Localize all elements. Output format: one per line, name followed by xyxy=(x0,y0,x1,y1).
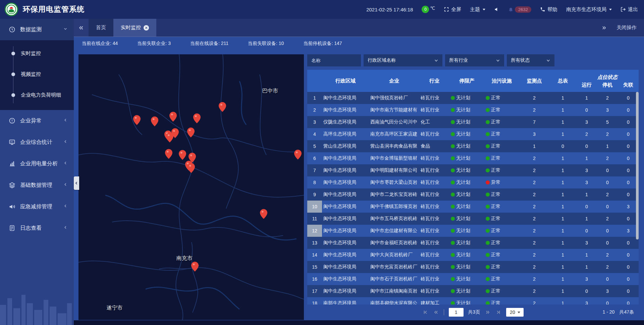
map-pin-icon[interactable] xyxy=(260,209,267,219)
col-header-industry: 行业 xyxy=(419,70,449,92)
table-row[interactable]: 8阆中生态环境局阆中市枣碧大梁山页岩砖瓦行业无计划异常21300 xyxy=(307,176,639,188)
industry-select[interactable]: 所有行业 xyxy=(445,54,504,66)
map-pin-icon[interactable] xyxy=(191,262,199,272)
row-index-cell: 4 xyxy=(307,128,322,140)
table-row[interactable]: 9阆中生态环境局阆中市二龙长宝页岩砖砖瓦行业无计划正常21120 xyxy=(307,188,639,201)
sidebar-item-realtime-monitor[interactable]: 实时监控 xyxy=(0,43,74,64)
table-scrollbar[interactable] xyxy=(636,92,639,239)
help-button[interactable]: 帮助 xyxy=(540,6,557,13)
map-panel[interactable]: 巴中市南充市遂宁市 xyxy=(78,54,304,320)
tabs-scroll-right-button[interactable] xyxy=(601,25,607,31)
cell-company: 阆中市枣碧大梁山页岩 xyxy=(369,176,419,188)
region-select[interactable]: 行政区域名称 xyxy=(364,54,442,66)
table-row[interactable]: 1阆中生态环境局阆中强锐页岩砖厂砖瓦行业无计划正常21120 xyxy=(307,92,639,104)
table-row[interactable]: 11阆中生态环境局阆中市五马桥页岩机砖砖瓦行业无计划正常21120 xyxy=(307,213,639,225)
map-pin-icon[interactable] xyxy=(187,127,195,138)
fullscreen-button[interactable]: 全屏 xyxy=(444,6,461,13)
next-page-button[interactable] xyxy=(485,309,491,315)
col-header-monitors: 监测点 xyxy=(519,70,549,92)
green-status-dot-icon xyxy=(451,168,455,172)
cell-running: 0 xyxy=(576,140,597,152)
mute-button[interactable] xyxy=(494,7,499,12)
page-size-select[interactable]: 20 xyxy=(506,308,524,317)
theme-button[interactable]: 主题 xyxy=(470,6,485,13)
table-row[interactable]: 7阆中生态环境局阆中明阳建材有限公司砖瓦行业无计划正常21300 xyxy=(307,164,639,176)
cell-meters: 1 xyxy=(549,128,576,140)
table-row[interactable]: 14阆中生态环境局阆中大兴页岩机砖厂砖瓦行业无计划正常21120 xyxy=(307,249,639,261)
sidebar-item-enterprise-statistics[interactable]: 企业综合统计 xyxy=(0,131,74,153)
cell-company: 阆中市忠信建材有限公 xyxy=(369,225,419,237)
table-row[interactable]: 4高坪生态环境局南充市高坪区王家店建砖瓦行业无计划正常31220 xyxy=(307,128,639,140)
map-pin-icon[interactable] xyxy=(171,128,179,138)
cell-meters: 1 xyxy=(549,213,576,225)
header-toolbar: 2021-02-25 17:46:18 0 ℃ 全屏 主题 xyxy=(366,6,638,13)
cell-facility-label: 异常 xyxy=(491,179,500,185)
row-index-cell: 17 xyxy=(307,285,322,297)
status-select[interactable]: 所有状态 xyxy=(507,54,554,66)
cell-facility: 正常 xyxy=(484,164,519,176)
table-row[interactable]: 18南部生态环境局南部县砌华水泥有限公建材加工无计划正常21300 xyxy=(307,297,639,305)
tab-close-icon[interactable]: ✕ xyxy=(144,25,149,31)
cell-industry: 砖瓦行业 xyxy=(419,213,449,225)
sidebar-item-data-monitor[interactable]: 数据监测 xyxy=(0,19,74,40)
table-row[interactable]: 3仪陇生态环境局西南油气田分公司川中化工无计划正常71350 xyxy=(307,116,639,128)
cell-industry: 砖瓦行业 xyxy=(419,225,449,237)
sidebar-item-log-view[interactable]: 日志查看 xyxy=(0,217,74,239)
map-pin-icon[interactable] xyxy=(151,116,158,126)
tab-bar: 首页 实时监控 ✕ 关闭操作 xyxy=(74,19,644,37)
name-search-input[interactable] xyxy=(307,54,361,66)
sidebar-item-power-usage-analysis[interactable]: 企业用电量分析 xyxy=(0,153,74,174)
sidebar-item-base-data-manage[interactable]: 基础数据管理 xyxy=(0,174,74,196)
first-page-button[interactable] xyxy=(422,309,428,315)
cell-offline: 0 xyxy=(618,92,639,104)
table-row[interactable]: 10阆中生态环境局阆中千佛镇五郎垭页岩砖瓦行业无计划正常21003 xyxy=(307,201,639,213)
last-page-button[interactable] xyxy=(495,309,501,315)
logout-button[interactable]: 退出 xyxy=(621,6,638,13)
sidebar-item-video-monitor[interactable]: 视频监控 xyxy=(0,64,74,85)
cell-facility: 正常 xyxy=(484,116,519,128)
table-row[interactable]: 17阆中生态环境局阆中市江南镇阆南页岩砖瓦行业无计划正常21030 xyxy=(307,285,639,297)
page-number-input[interactable] xyxy=(449,308,464,317)
cell-region: 阆中生态环境局 xyxy=(322,188,369,201)
cell-offline: 0 xyxy=(618,128,639,140)
table-row[interactable]: 2阆中生态环境局阆中市南方节能建材有砖瓦行业无计划正常21030 xyxy=(307,104,639,116)
tab-home[interactable]: 首页 xyxy=(89,19,113,37)
last-page-icon xyxy=(496,310,501,315)
table-row[interactable]: 13阆中生态环境局阆中市金福旺页岩机砖砖瓦行业无计划正常21300 xyxy=(307,237,639,249)
green-status-dot-icon xyxy=(486,301,490,305)
map-pin-icon[interactable] xyxy=(219,102,226,112)
table-row[interactable]: 5营山生态环境局营山县润丰肉食品有限食品无计划正常10010 xyxy=(307,140,639,152)
logout-icon xyxy=(621,7,626,12)
cell-monitors: 2 xyxy=(519,164,549,176)
cell-company: 阆中大兴页岩机砖厂 xyxy=(369,249,419,261)
sidebar-item-emergency-reduction[interactable]: 应急减排管理 xyxy=(0,196,74,217)
map-pin-icon[interactable] xyxy=(169,112,177,122)
temperature-badge: 0 xyxy=(422,6,429,13)
map-pin-icon[interactable] xyxy=(187,163,195,173)
sidebar-item-power-load-detail[interactable]: 企业电力负荷明细 xyxy=(0,85,74,105)
map-pin-icon[interactable] xyxy=(294,150,302,160)
collapse-panel-button[interactable] xyxy=(74,176,79,190)
tabs-scroll-left-button[interactable] xyxy=(74,19,89,37)
col-header-stopped: 停机 xyxy=(597,81,618,92)
table-row[interactable]: 16阆中生态环境局阆中市石子页岩机砖厂砖瓦行业无计划正常21300 xyxy=(307,273,639,285)
map-pin-icon[interactable] xyxy=(133,115,141,125)
previous-page-button[interactable] xyxy=(433,309,439,315)
cell-monitors: 2 xyxy=(519,225,549,237)
map-pin-icon[interactable] xyxy=(193,113,201,123)
cell-stopped: 3 xyxy=(597,104,618,116)
table-row[interactable]: 12阆中生态环境局阆中市忠信建材有限公砖瓦行业无计划正常21003 xyxy=(307,225,639,237)
cell-facility: 正常 xyxy=(484,285,519,297)
map-pin-icon[interactable] xyxy=(165,149,172,159)
table-row[interactable]: 6阆中生态环境局阆中市金博瑞新型墙材砖瓦行业无计划正常21120 xyxy=(307,152,639,164)
cell-meters: 1 xyxy=(549,104,576,116)
close-operations-button[interactable]: 关闭操作 xyxy=(616,24,637,31)
cell-region: 阆中生态环境局 xyxy=(322,104,369,116)
tab-realtime-monitor[interactable]: 实时监控 ✕ xyxy=(113,19,156,37)
map-pin-icon[interactable] xyxy=(179,150,186,160)
cell-offline: 0 xyxy=(618,152,639,164)
notification-widget[interactable]: 2632 xyxy=(508,6,531,13)
user-menu[interactable]: 南充市生态环境局 xyxy=(566,6,612,13)
sidebar-item-enterprise-abnormal[interactable]: 企业异常 xyxy=(0,110,74,131)
table-row[interactable]: 15阆中生态环境局阆中市光富页岩机砖厂砖瓦行业无计划正常21120 xyxy=(307,261,639,273)
